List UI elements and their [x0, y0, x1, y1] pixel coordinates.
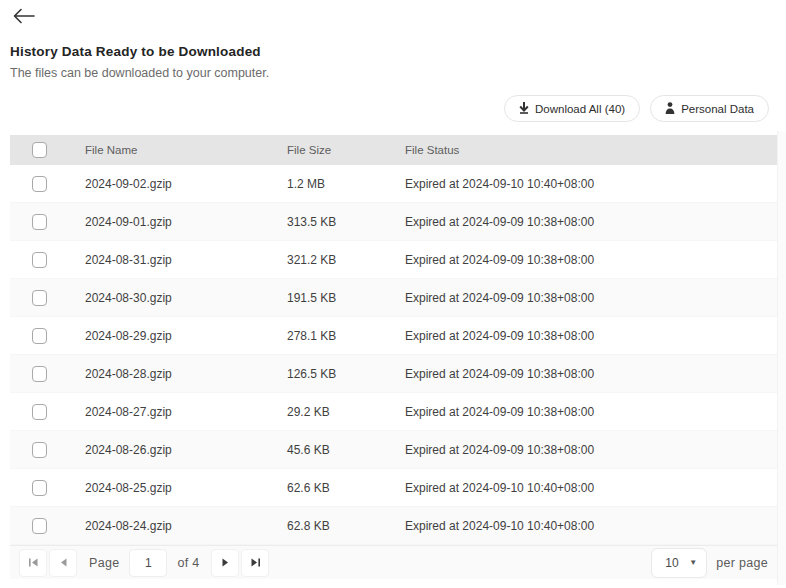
- file-status-cell: Expired at 2024-09-09 10:38+08:00: [405, 367, 777, 381]
- file-status-cell: Expired at 2024-09-09 10:38+08:00: [405, 215, 777, 229]
- file-size-cell: 62.6 KB: [287, 481, 405, 495]
- next-page-icon: [222, 555, 229, 570]
- last-page-icon: [251, 555, 260, 570]
- file-status-cell: Expired at 2024-09-09 10:38+08:00: [405, 291, 777, 305]
- page-size-control: 10 ▼ per page: [651, 548, 768, 578]
- select-all-checkbox[interactable]: [32, 142, 47, 158]
- table-body: 2024-09-02.gzip 1.2 MB Expired at 2024-0…: [10, 165, 777, 545]
- download-all-button[interactable]: Download All (40): [504, 95, 640, 122]
- page-subtitle: The files can be downloaded to your comp…: [10, 66, 269, 80]
- row-checkbox[interactable]: [32, 404, 47, 420]
- table-row: 2024-09-01.gzip 313.5 KB Expired at 2024…: [10, 203, 777, 241]
- table-footer: Page of 4 10: [10, 545, 777, 579]
- file-size-cell: 321.2 KB: [287, 253, 405, 267]
- file-name-cell: 2024-09-02.gzip: [85, 177, 287, 191]
- next-page-button[interactable]: [211, 549, 239, 577]
- page-size-select[interactable]: 10 ▼: [651, 548, 707, 578]
- scrollbar-track[interactable]: [777, 131, 786, 585]
- personal-data-label: Personal Data: [681, 103, 754, 115]
- row-checkbox[interactable]: [32, 252, 47, 268]
- row-checkbox[interactable]: [32, 442, 47, 458]
- page-count-label: of 4: [177, 556, 199, 570]
- file-name-cell: 2024-08-27.gzip: [85, 405, 287, 419]
- chevron-down-icon: ▼: [689, 558, 697, 567]
- table-row: 2024-08-29.gzip 278.1 KB Expired at 2024…: [10, 317, 777, 355]
- page-size-value: 10: [665, 556, 678, 570]
- back-button[interactable]: [13, 6, 39, 28]
- table-row: 2024-08-31.gzip 321.2 KB Expired at 2024…: [10, 241, 777, 279]
- row-checkbox[interactable]: [32, 214, 47, 230]
- file-name-cell: 2024-08-26.gzip: [85, 443, 287, 457]
- page-title: History Data Ready to be Downloaded: [10, 44, 261, 59]
- first-page-button[interactable]: [19, 549, 47, 577]
- previous-page-icon: [60, 555, 67, 570]
- table-row: 2024-08-25.gzip 62.6 KB Expired at 2024-…: [10, 469, 777, 507]
- column-header-file-name: File Name: [85, 144, 287, 156]
- previous-page-button[interactable]: [49, 549, 77, 577]
- file-name-cell: 2024-08-24.gzip: [85, 519, 287, 533]
- file-status-cell: Expired at 2024-09-09 10:38+08:00: [405, 253, 777, 267]
- personal-data-button[interactable]: Personal Data: [650, 95, 769, 122]
- file-status-cell: Expired at 2024-09-09 10:38+08:00: [405, 443, 777, 457]
- person-icon: [665, 102, 675, 116]
- download-arrow-icon: [519, 102, 529, 116]
- file-size-cell: 1.2 MB: [287, 177, 405, 191]
- file-size-cell: 191.5 KB: [287, 291, 405, 305]
- file-table: File Name File Size File Status 2024-09-…: [10, 135, 777, 579]
- row-checkbox[interactable]: [32, 328, 47, 344]
- file-name-cell: 2024-08-25.gzip: [85, 481, 287, 495]
- action-buttons: Download All (40) Personal Data: [504, 95, 769, 122]
- table-row: 2024-08-27.gzip 29.2 KB Expired at 2024-…: [10, 393, 777, 431]
- page-label: Page: [89, 556, 119, 570]
- table-row: 2024-08-30.gzip 191.5 KB Expired at 2024…: [10, 279, 777, 317]
- row-checkbox[interactable]: [32, 480, 47, 496]
- file-status-cell: Expired at 2024-09-10 10:40+08:00: [405, 177, 777, 191]
- table-row: 2024-09-02.gzip 1.2 MB Expired at 2024-0…: [10, 165, 777, 203]
- first-page-icon: [29, 555, 38, 570]
- file-size-cell: 29.2 KB: [287, 405, 405, 419]
- file-name-cell: 2024-08-30.gzip: [85, 291, 287, 305]
- last-page-button[interactable]: [241, 549, 269, 577]
- file-size-cell: 313.5 KB: [287, 215, 405, 229]
- column-header-file-status: File Status: [405, 144, 777, 156]
- file-status-cell: Expired at 2024-09-09 10:38+08:00: [405, 329, 777, 343]
- table-header-row: File Name File Size File Status: [10, 135, 777, 165]
- page-number-input[interactable]: [129, 549, 167, 577]
- table-row: 2024-08-26.gzip 45.6 KB Expired at 2024-…: [10, 431, 777, 469]
- file-size-cell: 126.5 KB: [287, 367, 405, 381]
- pager: Page of 4: [19, 549, 269, 577]
- download-all-label: Download All (40): [535, 103, 625, 115]
- file-name-cell: 2024-08-28.gzip: [85, 367, 287, 381]
- file-size-cell: 45.6 KB: [287, 443, 405, 457]
- file-status-cell: Expired at 2024-09-09 10:38+08:00: [405, 405, 777, 419]
- file-name-cell: 2024-08-29.gzip: [85, 329, 287, 343]
- file-status-cell: Expired at 2024-09-10 10:40+08:00: [405, 481, 777, 495]
- table-row: 2024-08-28.gzip 126.5 KB Expired at 2024…: [10, 355, 777, 393]
- back-arrow-icon: [13, 8, 35, 27]
- row-checkbox[interactable]: [32, 518, 47, 534]
- file-status-cell: Expired at 2024-09-10 10:40+08:00: [405, 519, 777, 533]
- row-checkbox[interactable]: [32, 366, 47, 382]
- file-name-cell: 2024-08-31.gzip: [85, 253, 287, 267]
- file-size-cell: 62.8 KB: [287, 519, 405, 533]
- row-checkbox[interactable]: [32, 290, 47, 306]
- table-row: 2024-08-24.gzip 62.8 KB Expired at 2024-…: [10, 507, 777, 545]
- file-size-cell: 278.1 KB: [287, 329, 405, 343]
- per-page-label: per page: [716, 556, 768, 570]
- column-header-file-size: File Size: [287, 144, 405, 156]
- row-checkbox[interactable]: [32, 176, 47, 192]
- file-name-cell: 2024-09-01.gzip: [85, 215, 287, 229]
